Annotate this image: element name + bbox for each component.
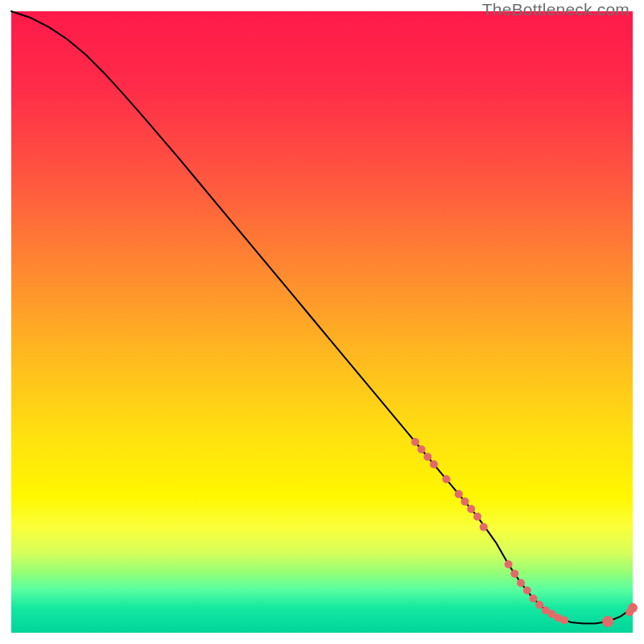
- chart-marker: [461, 497, 469, 506]
- chart-marker: [411, 438, 419, 446]
- chart-marker: [628, 603, 638, 613]
- chart-markers: [411, 438, 638, 627]
- chart-marker: [480, 523, 488, 531]
- chart-curve: [11, 11, 633, 623]
- chart-container: TheBottleneck.com: [0, 0, 644, 644]
- chart-marker: [455, 490, 463, 498]
- chart-marker: [442, 475, 450, 483]
- chart-marker: [535, 601, 543, 609]
- chart-marker: [602, 616, 613, 627]
- chart-plot-layer: [0, 0, 644, 644]
- chart-marker: [517, 579, 525, 587]
- chart-marker: [529, 595, 537, 603]
- chart-marker: [423, 453, 431, 461]
- chart-marker: [505, 560, 513, 568]
- chart-marker: [523, 587, 531, 595]
- chart-marker: [510, 570, 518, 578]
- chart-marker: [430, 460, 438, 469]
- chart-marker: [418, 445, 426, 453]
- chart-marker: [473, 513, 481, 521]
- chart-marker: [560, 617, 568, 625]
- chart-marker: [467, 505, 475, 513]
